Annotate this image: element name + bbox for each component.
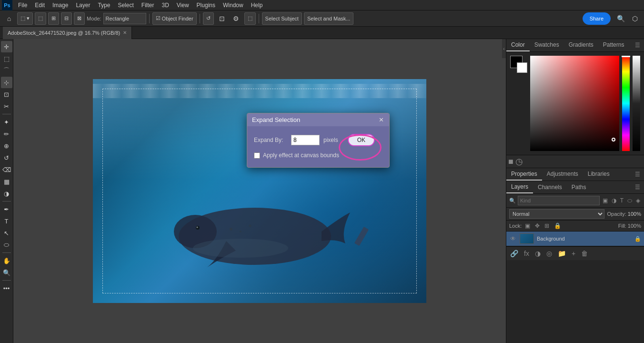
eraser-tool[interactable]: ⌫ xyxy=(1,164,12,175)
lock-all-button[interactable]: 🔒 xyxy=(553,222,563,230)
tab-swatches[interactable]: Swatches xyxy=(530,39,564,51)
add-style-button[interactable]: fx xyxy=(523,249,530,258)
new-layer-button[interactable]: + xyxy=(571,249,576,258)
gradient-tool[interactable]: ▦ xyxy=(1,176,12,187)
tab-channels[interactable]: Channels xyxy=(533,182,567,193)
layer-search-input[interactable] xyxy=(518,196,600,205)
type-tool[interactable]: T xyxy=(1,215,12,227)
layers-panel-menu[interactable]: ☰ xyxy=(631,182,644,192)
tab-paths[interactable]: Paths xyxy=(567,182,591,193)
new-group-button[interactable]: 📁 xyxy=(557,249,567,258)
mode-input[interactable] xyxy=(103,13,146,24)
lock-pixel-button[interactable]: ▣ xyxy=(523,222,532,230)
zoom-tool[interactable]: 🔍 xyxy=(1,267,12,278)
menu-image[interactable]: Image xyxy=(49,1,72,10)
document-tab[interactable]: AdobeStock_264471520.jpeg @ 16.7% (RGB/8… xyxy=(3,27,132,39)
hue-slider[interactable] xyxy=(622,56,630,151)
workspace-button[interactable]: ⬚ xyxy=(244,12,256,25)
menu-file[interactable]: File xyxy=(14,1,31,10)
menu-window[interactable]: Window xyxy=(219,1,247,10)
layer-filter-smart-icon[interactable]: ◈ xyxy=(635,196,641,205)
menu-layer[interactable]: Layer xyxy=(72,1,94,10)
more-tools-button[interactable]: ••• xyxy=(1,282,12,294)
new-selection-button[interactable]: ⬚ xyxy=(35,12,46,25)
new-fill-adj-button[interactable]: ◎ xyxy=(545,249,553,258)
menu-edit[interactable]: Edit xyxy=(31,1,49,10)
layer-name[interactable]: Background xyxy=(537,236,632,242)
lock-artboard-button[interactable]: ⊞ xyxy=(543,222,551,230)
menu-type[interactable]: Type xyxy=(94,1,114,10)
menu-3d[interactable]: 3D xyxy=(158,1,172,10)
properties-panel-menu[interactable]: ☰ xyxy=(631,169,644,180)
layer-visibility-eye[interactable]: 👁 xyxy=(509,235,517,242)
add-mask-button[interactable]: ◑ xyxy=(534,249,542,258)
blend-mode-select[interactable]: Normal xyxy=(509,209,604,219)
settings-button[interactable]: ⚙ xyxy=(230,12,242,25)
layer-row-background[interactable]: 👁 Background 🔒 xyxy=(506,232,644,246)
select-subject-button[interactable]: Select Subject xyxy=(262,12,302,25)
layer-filter-shape-icon[interactable]: ⬭ xyxy=(626,196,633,205)
menu-filter[interactable]: Filter xyxy=(138,1,158,10)
expand-button[interactable]: ⊡ xyxy=(216,12,228,25)
workspace-layout-button[interactable]: ⬡ xyxy=(629,12,641,25)
home-button[interactable]: ⌂ xyxy=(3,12,15,25)
menu-view[interactable]: View xyxy=(173,1,193,10)
layer-filter-type-icon[interactable]: T xyxy=(619,196,624,205)
crop-tool[interactable]: ⊡ xyxy=(1,89,12,100)
object-finder-checkbox-icon: ☑ xyxy=(156,15,161,21)
color-panel-menu[interactable]: ☰ xyxy=(631,40,644,50)
tool-mode-button[interactable]: ⬚ ▾ xyxy=(17,12,33,25)
magic-wand-tool[interactable]: ⊹ xyxy=(1,77,12,88)
object-finder-button[interactable]: ☑ Object Finder xyxy=(152,12,197,25)
spot-heal-tool[interactable]: ✦ xyxy=(1,116,12,128)
menu-select[interactable]: Select xyxy=(114,1,137,10)
tab-adjustments[interactable]: Adjustments xyxy=(542,168,583,181)
menu-help[interactable]: Help xyxy=(247,1,267,10)
background-swatch[interactable] xyxy=(517,62,527,73)
layer-filter-pixel-icon[interactable]: ▣ xyxy=(602,196,609,205)
tab-gradients[interactable]: Gradients xyxy=(564,39,598,51)
add-selection-button[interactable]: ⊞ xyxy=(48,12,59,25)
alpha-slider[interactable] xyxy=(633,56,640,151)
layer-filter-adj-icon[interactable]: ◑ xyxy=(611,196,617,205)
expand-selection-dialog[interactable]: Expand Selection ✕ Expand By: pixels OK … xyxy=(247,113,390,168)
panel-icon-history[interactable]: ◷ xyxy=(515,156,523,167)
menu-plugins[interactable]: Plugins xyxy=(193,1,219,10)
tab-close-icon[interactable]: ✕ xyxy=(123,30,127,35)
history-brush-tool[interactable]: ↺ xyxy=(1,152,12,163)
select-mask-button[interactable]: Select and Mask... xyxy=(304,12,354,25)
stamp-tool[interactable]: ⊕ xyxy=(1,140,12,151)
move-tool[interactable]: ✛ xyxy=(1,41,12,52)
subtract-selection-button[interactable]: ⊟ xyxy=(61,12,72,25)
shape-tool[interactable]: ⬭ xyxy=(1,239,12,251)
brush-tool[interactable]: ✏ xyxy=(1,128,12,140)
dialog-title-bar[interactable]: Expand Selection ✕ xyxy=(247,113,389,126)
intersect-selection-button[interactable]: ⊠ xyxy=(74,12,85,25)
tab-properties[interactable]: Properties xyxy=(506,168,542,181)
refresh-button[interactable]: ↺ xyxy=(203,12,214,25)
delete-layer-button[interactable]: 🗑 xyxy=(580,249,589,258)
tab-layers[interactable]: Layers xyxy=(506,181,533,193)
panel-icon-color[interactable]: ■ xyxy=(508,157,513,167)
color-gradient-picker[interactable] xyxy=(530,56,619,151)
tab-libraries[interactable]: Libraries xyxy=(583,168,614,181)
expand-by-input[interactable] xyxy=(291,135,320,145)
tab-patterns[interactable]: Patterns xyxy=(598,39,629,51)
apply-canvas-checkbox[interactable] xyxy=(254,152,260,159)
selection-tool[interactable]: ⬚ xyxy=(1,53,12,64)
lasso-tool[interactable]: ⌒ xyxy=(1,65,12,76)
burn-tool[interactable]: ◑ xyxy=(1,188,12,199)
direct-select-tool[interactable]: ↖ xyxy=(1,227,12,239)
search-button[interactable]: 🔍 xyxy=(614,12,627,25)
link-layers-button[interactable]: 🔗 xyxy=(509,249,519,258)
path-tool[interactable]: ✒ xyxy=(1,203,12,215)
hand-tool[interactable]: ✋ xyxy=(1,255,12,266)
eyedropper-tool[interactable]: ✂ xyxy=(1,101,12,112)
share-button[interactable]: Share xyxy=(583,12,611,25)
tab-color[interactable]: Color xyxy=(506,39,530,51)
dialog-close-button[interactable]: ✕ xyxy=(378,117,384,123)
ok-button[interactable]: OK xyxy=(348,134,375,146)
lock-position-button[interactable]: ✥ xyxy=(533,222,541,230)
canvas-area[interactable]: Expand Selection ✕ Expand By: pixels OK … xyxy=(13,39,506,343)
panel-collapse-handle[interactable]: ‹ xyxy=(502,39,506,58)
